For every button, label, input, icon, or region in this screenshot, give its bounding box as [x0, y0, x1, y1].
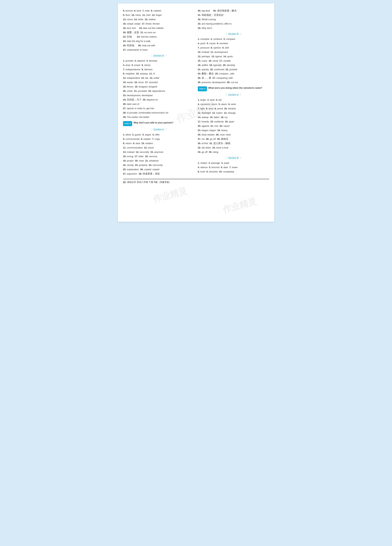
u4a-2: 5. communicate 6. explain 7. copy [123, 137, 194, 141]
lb-6: 15. waste 16. since 17. stressful [123, 80, 194, 85]
u5a-7: 20. against 21. rise 22. report [198, 124, 269, 128]
rb-6: 15. crazy 16. usual 17. usually [198, 59, 269, 63]
unit4-title: Why don't you talk to your parents? [133, 121, 174, 124]
left-column: 5. borrow 6. lend 7. hate 8. rubbish 9. … [123, 9, 194, 176]
right-line-5: 34. Why don't [198, 26, 269, 30]
rb-4: 10. football 11. development [198, 50, 269, 54]
left-section-b-header: Section B [123, 53, 194, 58]
u4a-7: 19. proper 20. clear 21. whatever [123, 159, 194, 163]
content-area: 5. borrow 6. lend 7. hate 8. rubbish 9. … [123, 9, 269, 176]
left-sectionb-lines: 1. provide 2. depend 3. develop 4. drop … [123, 59, 194, 120]
left-line-3: 13. chore 14. while 15. neither [123, 17, 194, 22]
u5a-4: 11. flashlight 12. match 13. strange [198, 111, 269, 115]
u5a-11: 30. at first 31. 进入梦乡；睡着 [198, 141, 269, 146]
right-intro-lines: 29. big deal 30. 成功地发展；解决 31. 和睦相处；关系良好 … [198, 9, 269, 30]
u4a-10: 27. argument 28. 快速查看；浏览 [123, 172, 194, 176]
right-section-b-header: Section B [198, 32, 269, 36]
page-number: 22 [123, 181, 126, 183]
right-line-4: 33. are having problems; offer to [198, 22, 269, 26]
rb-7: 18. skillful 19. typically 20. develop [198, 63, 269, 67]
left-line-7: 22. 扫地 23. fold the clothes [123, 35, 194, 39]
u5a-2: 4. rainstorm; storm 5. alarm 6. wind [198, 102, 269, 107]
lb-1: 1. provide 2. depend 3. develop [123, 59, 194, 63]
lb-2: 4. drop 5. snack 6. stress [123, 63, 194, 67]
u5a-9: 25. beat; beaten 26. rose; risen [198, 133, 269, 137]
rb-1: 1. compete 2. continue 3. compare [198, 37, 269, 41]
unit5-section-b-header: Section B [198, 156, 269, 160]
lb-10: 24. 目的是；为了 25. depend on [123, 98, 194, 102]
rb-5: 12. perhaps 13. typical 14. quick [198, 54, 269, 59]
left-line-6: 20. 频繁；反复 21. as soon as [123, 30, 194, 35]
footer: 22 基础过关 英语八年级 下册 R版（安徽专版） [123, 179, 269, 184]
u5a-13: 34. go off 35. rising [198, 150, 269, 154]
unit4-badge: Unit 4 [123, 121, 132, 126]
lb-9: 23. development; developed [123, 93, 194, 98]
left-line-5: 18. lent; lent 19. take out the rubbish [123, 26, 194, 30]
right-line-2: 31. 和睦相处；关系良好 [198, 13, 269, 17]
u4a-8: 22. cloudy 23. properly 24. nervously [123, 163, 194, 167]
u5b-1: 1. realize 2. passage 3. pupil [198, 161, 269, 165]
u4a-9: 25. explanation 26. copied; copied [123, 167, 194, 172]
unit5-title: What were you doing when the rainstorm c… [208, 86, 262, 90]
rb-8: 21. quickly 22. continued 23. pushed [198, 67, 269, 72]
left-line-10: 27. understand; to have [123, 48, 194, 52]
lb-5: 12. independent 13. fair 14. unfair [123, 76, 194, 80]
left-intro-lines: 5. borrow 6. lend 7. hate 8. rubbish 9. … [123, 9, 194, 52]
unit4-sectionA-lines: 1. allow 2. guess 3. argue 4. offer 5. c… [123, 133, 194, 176]
page: 作业精灵 作业精灵 作业精灵 5. borrow 6. lend 7. hate… [118, 3, 274, 222]
left-line-2: 9. floor 10. mess 11. shirt 12. finger [123, 13, 194, 17]
rb-9: 24. 删除；删去 25. compare...with [198, 72, 269, 76]
u4a-1: 1. allow 2. guess 3. argue 4. offer [123, 133, 194, 137]
u5a-6: 17. heavily 18. suddenly 19. apart [198, 120, 269, 124]
u4a-3: 8. return 9. deal 10. relation [123, 141, 194, 146]
lb-8: 20. unfair 21. provided 22. dependence [123, 89, 194, 93]
u5a-12: 32. die down 33. have a look [198, 146, 269, 150]
unit4-header: Unit 4 Why don't you talk to your parent… [123, 121, 194, 126]
u5a-5: 14. asleep 15. fallen 16. icy [198, 115, 269, 120]
u4a-5: 13. instead 14. secondly 15. anymore [123, 150, 194, 154]
watermark3: 作业精灵 [221, 195, 258, 215]
u5b-2: 4. silence 5. terrorist 6. date 7. tower [198, 165, 269, 170]
rb-3: 7. pressure 8. opinion 9. skill [198, 46, 269, 50]
rb-10: 26. 依……看 27. comparing; with [198, 76, 269, 80]
lb-13: 28. to provide; comfortable environment;… [123, 111, 194, 115]
rb-11: 28. pressure; development 29. cut out [198, 80, 269, 85]
right-line-1: 29. big deal 30. 成功地发展；解决 [198, 9, 269, 13]
right-line-3: 32. What's wrong [198, 17, 269, 22]
lb-12: 27. spend; in order to; get into [123, 106, 194, 111]
rb-2: 4. push 5. cause 6. member [198, 41, 269, 46]
lb-4: 9. neighbor 10. anyway 11. ill [123, 72, 194, 76]
left-line-9: 25. 吃惊地 26. help out with [123, 44, 194, 48]
unit4-section-a-header: Section A [123, 127, 194, 132]
left-line-1: 5. borrow 6. lend 7. hate 8. rubbish [123, 9, 194, 13]
right-sectionb-lines: 1. compete 2. continue 3. compare 4. pus… [198, 37, 269, 85]
lb-14: 29. The earlier; the better [123, 115, 194, 119]
footer-text: 基础过关 英语八年级 下册 R版（安徽专版） [127, 181, 171, 184]
unit5-badge: Unit 5 [198, 86, 207, 91]
lb-11: 26. take care of [123, 102, 194, 106]
watermark2: 作业精灵 [152, 185, 188, 205]
u5a-10: 27. ice 28. go off 29. 接电话 [198, 137, 269, 141]
unit5-header: Unit 5 What were you doing when the rain… [198, 86, 269, 91]
unit5-section-a-header: Section A [198, 93, 269, 97]
u5a-3: 7. light 8. area 9. wood 10. window [198, 107, 269, 111]
u4a-4: 11. communication 12. cloud [123, 146, 194, 150]
lb-3: 7. independence 8. fairness [123, 67, 194, 72]
left-line-8: 24. take the dog for a walk [123, 39, 194, 44]
u5a-8: 23. began; begun 24. heavy [198, 128, 269, 133]
left-line-4: 16. swept; swept 17. threw; thrown [123, 22, 194, 26]
u5a-1: 1. begin 2. beat 3. kid [198, 98, 269, 102]
unit5-sectionA-lines: 1. begin 2. beat 3. kid 4. rainstorm; st… [198, 98, 269, 154]
lb-7: 18. illness 19. dropped; dropped [123, 85, 194, 89]
unit5-sectionB-lines: 1. realize 2. passage 3. pupil 4. silenc… [198, 161, 269, 174]
u4a-6: 16. wrong 17. elder 18. nervous [123, 154, 194, 159]
right-column: 29. big deal 30. 成功地发展；解决 31. 和睦相处；关系良好 … [198, 9, 269, 176]
u5b-3: 8. truth 9. shocked 10. completely [198, 170, 269, 174]
